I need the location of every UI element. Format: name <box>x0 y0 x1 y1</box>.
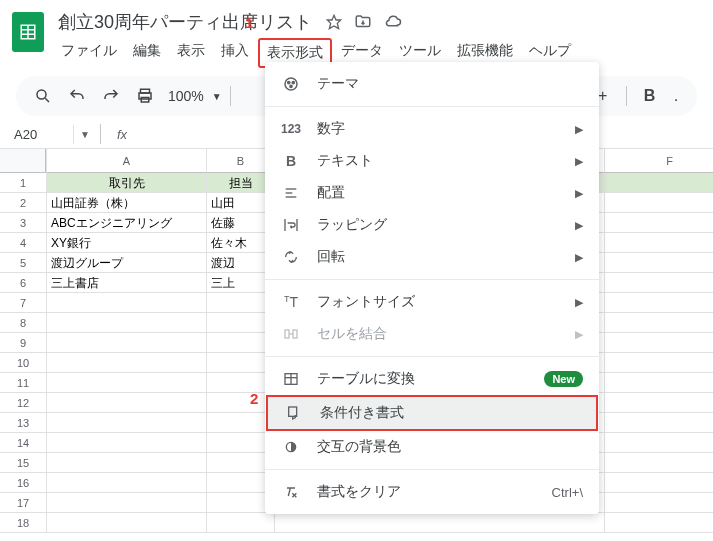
shortcut-label: Ctrl+\ <box>552 485 583 500</box>
row-header[interactable]: 9 <box>0 333 46 353</box>
col-header[interactable]: A <box>47 149 207 173</box>
svg-point-13 <box>290 85 292 87</box>
menu-align[interactable]: 配置 ▶ <box>265 177 599 209</box>
menu-convert-table[interactable]: テーブルに変換 New <box>265 363 599 395</box>
menu-fontsize[interactable]: TT フォントサイズ ▶ <box>265 286 599 318</box>
select-all-corner[interactable] <box>0 149 46 173</box>
menu-clear-format[interactable]: 書式をクリア Ctrl+\ <box>265 476 599 508</box>
row-header[interactable]: 3 <box>0 213 46 233</box>
menu-label: 配置 <box>317 184 559 202</box>
cloud-status-icon[interactable] <box>384 13 402 31</box>
svg-point-5 <box>37 90 46 99</box>
fx-icon: fx <box>105 127 139 142</box>
annotation-2: 2 <box>250 390 258 407</box>
cell[interactable] <box>605 173 713 193</box>
row-header[interactable]: 15 <box>0 453 46 473</box>
menu-insert[interactable]: 挿入 <box>214 38 256 68</box>
row-header[interactable]: 10 <box>0 353 46 373</box>
svg-rect-20 <box>293 330 297 338</box>
cell[interactable]: 三上書店 <box>47 273 207 293</box>
conditional-format-icon <box>284 405 304 421</box>
row-header[interactable]: 8 <box>0 313 46 333</box>
move-folder-icon[interactable] <box>354 13 372 31</box>
row-header[interactable]: 6 <box>0 273 46 293</box>
col-header[interactable]: F <box>605 149 713 173</box>
menu-view[interactable]: 表示 <box>170 38 212 68</box>
bold-icon[interactable]: B <box>635 81 665 111</box>
menu-wrapping[interactable]: ラッピング ▶ <box>265 209 599 241</box>
cell[interactable]: XY銀行 <box>47 233 207 253</box>
chevron-right-icon: ▶ <box>575 187 583 200</box>
menu-alternating-colors[interactable]: 交互の背景色 <box>265 431 599 463</box>
chevron-right-icon: ▶ <box>575 251 583 264</box>
menu-label: 回転 <box>317 248 559 266</box>
svg-rect-19 <box>285 330 289 338</box>
annotation-1: 1 <box>245 14 253 31</box>
menu-number[interactable]: 123 数字 ▶ <box>265 113 599 145</box>
menu-rotation[interactable]: 回転 ▶ <box>265 241 599 273</box>
menu-label: ラッピング <box>317 216 559 234</box>
star-icon[interactable] <box>326 14 342 30</box>
row-header[interactable]: 14 <box>0 433 46 453</box>
menu-merge: セルを結合 ▶ <box>265 318 599 350</box>
menu-label: テーブルに変換 <box>317 370 528 388</box>
menu-theme[interactable]: テーマ <box>265 68 599 100</box>
menu-edit[interactable]: 編集 <box>126 38 168 68</box>
menu-label: テキスト <box>317 152 559 170</box>
row-header[interactable]: 2 <box>0 193 46 213</box>
chevron-right-icon: ▶ <box>575 296 583 309</box>
svg-point-11 <box>288 81 290 83</box>
align-icon <box>281 185 301 201</box>
svg-point-10 <box>285 78 297 90</box>
menu-label: 数字 <box>317 120 559 138</box>
row-header[interactable]: 18 <box>0 513 46 533</box>
cell[interactable]: 渡辺グループ <box>47 253 207 273</box>
cell[interactable]: 山田証券（株） <box>47 193 207 213</box>
chevron-right-icon: ▶ <box>575 123 583 136</box>
menu-label: テーマ <box>317 75 583 93</box>
number-icon: 123 <box>281 122 301 136</box>
row-header[interactable]: 13 <box>0 413 46 433</box>
rotation-icon <box>281 249 301 265</box>
alternating-icon <box>281 439 301 455</box>
search-icon[interactable] <box>28 81 58 111</box>
cell[interactable]: 取引先 <box>47 173 207 193</box>
row-header[interactable]: 16 <box>0 473 46 493</box>
svg-rect-25 <box>289 407 297 416</box>
print-icon[interactable] <box>130 81 160 111</box>
menu-file[interactable]: ファイル <box>54 38 124 68</box>
row-header[interactable]: 4 <box>0 233 46 253</box>
menu-label: セルを結合 <box>317 325 559 343</box>
wrap-icon <box>281 217 301 233</box>
redo-icon[interactable] <box>96 81 126 111</box>
fontsize-icon: TT <box>281 294 301 310</box>
chevron-right-icon: ▶ <box>575 155 583 168</box>
svg-point-12 <box>292 81 294 83</box>
document-title[interactable]: 創立30周年パーティ出席リスト <box>54 8 316 36</box>
menu-label: フォントサイズ <box>317 293 559 311</box>
sheets-app-icon[interactable] <box>12 12 44 52</box>
chevron-right-icon: ▶ <box>575 219 583 232</box>
table-icon <box>281 371 301 387</box>
row-header[interactable]: 12 <box>0 393 46 413</box>
undo-icon[interactable] <box>62 81 92 111</box>
zoom-dropdown[interactable]: 100% <box>164 88 208 104</box>
row-header[interactable]: 17 <box>0 493 46 513</box>
row-header[interactable]: 5 <box>0 253 46 273</box>
row-header[interactable]: 7 <box>0 293 46 313</box>
format-menu-dropdown: テーマ 123 数字 ▶ B テキスト ▶ 配置 ▶ ラッピング ▶ 回転 ▶ … <box>265 62 599 514</box>
menu-label: 交互の背景色 <box>317 438 583 456</box>
menu-text[interactable]: B テキスト ▶ <box>265 145 599 177</box>
new-badge: New <box>544 371 583 387</box>
menu-conditional-format[interactable]: 条件付き書式 <box>266 395 598 431</box>
clear-format-icon <box>281 484 301 500</box>
row-header[interactable]: 1 <box>0 173 46 193</box>
bold-icon: B <box>281 153 301 169</box>
svg-marker-4 <box>327 15 340 28</box>
name-box[interactable]: A20 <box>6 125 74 144</box>
cell[interactable]: ABCエンジニアリング <box>47 213 207 233</box>
row-header[interactable]: 11 <box>0 373 46 393</box>
svg-line-6 <box>45 98 49 102</box>
chevron-right-icon: ▶ <box>575 328 583 341</box>
menu-label: 条件付き書式 <box>320 404 580 422</box>
